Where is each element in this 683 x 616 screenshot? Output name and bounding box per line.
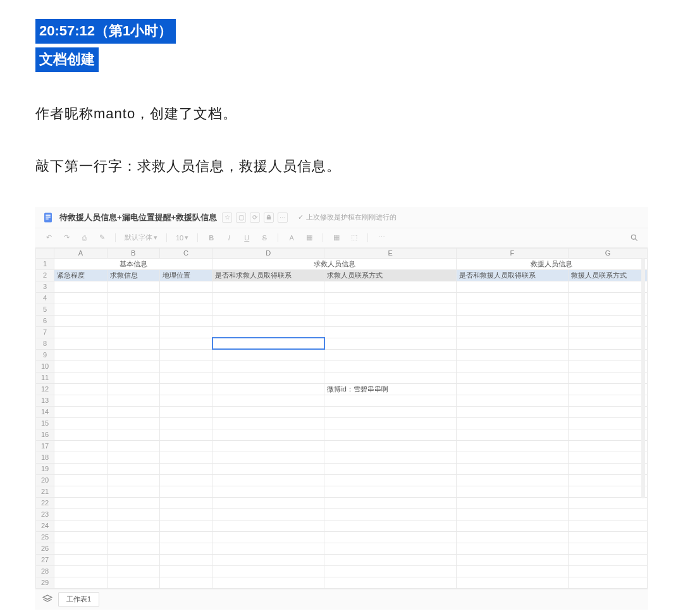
cell-A5[interactable] (54, 304, 107, 315)
merge-button[interactable]: ⬚ (350, 232, 359, 243)
cell-B2[interactable]: 求救信息 (107, 269, 159, 281)
cell-A25[interactable] (54, 531, 107, 543)
cell-F18[interactable] (456, 452, 568, 463)
cell-E19[interactable] (324, 463, 456, 474)
row-header-13[interactable]: 13 (36, 395, 54, 406)
cell-G12[interactable] (568, 383, 647, 395)
cell-F15[interactable] (456, 417, 568, 429)
undo-button[interactable]: ↶ (44, 232, 53, 243)
doc-title[interactable]: 待救援人员信息+漏电位置提醒+救援队信息 (59, 212, 217, 223)
cell-F27[interactable] (456, 554, 568, 565)
cell-B5[interactable] (107, 304, 159, 315)
folder-icon[interactable]: ▢ (236, 213, 246, 223)
col-header-D[interactable]: D (212, 248, 324, 258)
cell-D21[interactable] (212, 486, 324, 497)
more-icon[interactable]: ⋯ (278, 213, 288, 223)
cell-B26[interactable] (107, 543, 159, 554)
col-header-C[interactable]: C (159, 248, 212, 258)
cell-E24[interactable] (324, 520, 456, 531)
row-header-1[interactable]: 1 (36, 258, 54, 269)
search-button[interactable] (630, 232, 639, 243)
cell-D3[interactable] (212, 281, 324, 292)
cell-B19[interactable] (107, 463, 159, 474)
cell-C4[interactable] (159, 292, 212, 304)
cell-C24[interactable] (159, 520, 212, 531)
row-header-6[interactable]: 6 (36, 315, 54, 326)
bold-button[interactable]: B (207, 232, 216, 243)
cell-B24[interactable] (107, 520, 159, 531)
cell-C9[interactable] (159, 349, 212, 360)
cell-A16[interactable] (54, 429, 107, 440)
cell-C29[interactable] (159, 577, 212, 588)
cell-B6[interactable] (107, 315, 159, 326)
cell-E4[interactable] (324, 292, 456, 304)
cell-E8[interactable] (324, 338, 456, 349)
cell-C3[interactable] (159, 281, 212, 292)
paint-format-button[interactable]: ✎ (97, 232, 106, 243)
underline-button[interactable]: U (242, 232, 251, 243)
cell-B18[interactable] (107, 452, 159, 463)
cell-A11[interactable] (54, 372, 107, 383)
cell-C10[interactable] (159, 360, 212, 372)
cell-A20[interactable] (54, 474, 107, 486)
row-header-12[interactable]: 12 (36, 383, 54, 395)
cell-B29[interactable] (107, 577, 159, 588)
cell-B14[interactable] (107, 406, 159, 417)
cell-D29[interactable] (212, 577, 324, 588)
italic-button[interactable]: I (225, 232, 233, 243)
cell-D17[interactable] (212, 440, 324, 452)
cell-A8[interactable] (54, 338, 107, 349)
cell-B13[interactable] (107, 395, 159, 406)
merged-header-basic[interactable]: 基本信息 (54, 258, 212, 269)
cell-G14[interactable] (568, 406, 647, 417)
cell-D20[interactable] (212, 474, 324, 486)
cell-B7[interactable] (107, 326, 159, 338)
cell-B27[interactable] (107, 554, 159, 565)
cell-D28[interactable] (212, 565, 324, 577)
cell-E12[interactable]: 微博id：雪碧串串啊 (324, 383, 456, 395)
cell-D26[interactable] (212, 543, 324, 554)
cell-F12[interactable] (456, 383, 568, 395)
cell-E25[interactable] (324, 531, 456, 543)
redo-button[interactable]: ↷ (62, 232, 71, 243)
cell-B17[interactable] (107, 440, 159, 452)
cell-F29[interactable] (456, 577, 568, 588)
cell-C26[interactable] (159, 543, 212, 554)
cell-F5[interactable] (456, 304, 568, 315)
cell-G23[interactable] (568, 508, 647, 520)
grid-area[interactable]: ABCDEFG 1基本信息求救人员信息救援人员信息2紧急程度求救信息地理位置是否… (35, 248, 648, 589)
cell-G11[interactable] (568, 372, 647, 383)
cell-C17[interactable] (159, 440, 212, 452)
cell-F13[interactable] (456, 395, 568, 406)
cell-C19[interactable] (159, 463, 212, 474)
cell-F8[interactable] (456, 338, 568, 349)
history-icon[interactable]: ⟳ (250, 213, 260, 223)
cell-G6[interactable] (568, 315, 647, 326)
select-all-cell[interactable] (36, 248, 54, 258)
cell-C5[interactable] (159, 304, 212, 315)
row-header-2[interactable]: 2 (36, 269, 54, 281)
cell-G27[interactable] (568, 554, 647, 565)
cell-D6[interactable] (212, 315, 324, 326)
cell-E27[interactable] (324, 554, 456, 565)
cell-D4[interactable] (212, 292, 324, 304)
cell-F7[interactable] (456, 326, 568, 338)
text-color-button[interactable]: A (287, 232, 296, 243)
cell-C15[interactable] (159, 417, 212, 429)
col-header-F[interactable]: F (456, 248, 568, 258)
cell-B28[interactable] (107, 565, 159, 577)
cell-A29[interactable] (54, 577, 107, 588)
cell-B16[interactable] (107, 429, 159, 440)
cell-D2[interactable]: 是否和求救人员取得联系 (212, 269, 324, 281)
cell-A10[interactable] (54, 360, 107, 372)
cell-G5[interactable] (568, 304, 647, 315)
col-header-A[interactable]: A (54, 248, 107, 258)
cell-D12[interactable] (212, 383, 324, 395)
cell-E29[interactable] (324, 577, 456, 588)
row-header-28[interactable]: 28 (36, 565, 54, 577)
row-header-21[interactable]: 21 (36, 486, 54, 497)
cell-F17[interactable] (456, 440, 568, 452)
cell-A14[interactable] (54, 406, 107, 417)
cell-F28[interactable] (456, 565, 568, 577)
row-header-5[interactable]: 5 (36, 304, 54, 315)
